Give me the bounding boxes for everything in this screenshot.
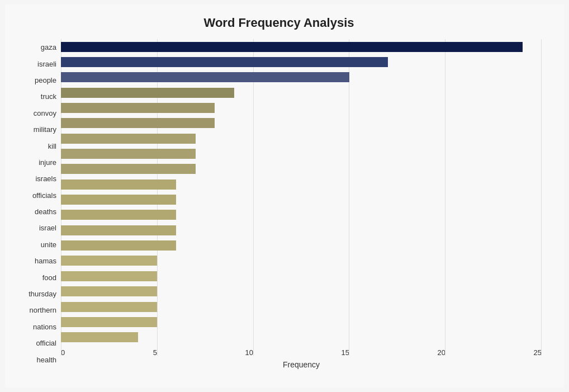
bar-unite (61, 225, 176, 235)
bar-row-military (61, 116, 542, 130)
y-label-hamas: hamas (16, 254, 61, 268)
bar-official (61, 317, 157, 327)
bar-row-israel (61, 208, 542, 221)
bar-health (61, 332, 138, 342)
bar-gaza (61, 42, 523, 52)
y-label-israeli: israeli (16, 56, 61, 71)
bar-row-thursday (61, 270, 542, 283)
x-axis-title: Frequency (61, 360, 542, 369)
bar-row-israeli (61, 55, 542, 69)
y-label-truck: truck (16, 89, 61, 104)
bar-hamas (61, 240, 176, 251)
bar-row-people (61, 70, 542, 84)
y-label-food: food (16, 270, 61, 285)
y-label-nations: nations (16, 319, 61, 334)
bars-and-grid: 0510152025 Frequency (61, 39, 542, 369)
bar-people (61, 72, 349, 82)
y-label-officials: officials (16, 188, 61, 202)
bar-convoy (61, 103, 215, 113)
y-label-israel: israel (16, 221, 61, 235)
bar-officials (61, 180, 176, 190)
bar-row-convoy (61, 101, 542, 115)
y-label-convoy: convoy (16, 106, 61, 120)
bar-row-hamas (61, 239, 542, 252)
bar-row-injure (61, 147, 542, 160)
bar-row-kill (61, 132, 542, 145)
bar-nations (61, 302, 157, 312)
bar-thursday (61, 271, 157, 281)
y-label-injure: injure (16, 155, 61, 169)
y-label-official: official (16, 336, 61, 351)
chart-title: Word Frequency Analysis (16, 16, 542, 30)
bar-row-northern (61, 285, 542, 298)
bar-row-unite (61, 224, 542, 237)
bar-row-gaza (61, 40, 542, 54)
bar-military (61, 118, 215, 128)
bar-injure (61, 149, 196, 159)
bar-israeli (61, 57, 388, 67)
bar-row-israels (61, 162, 542, 176)
bar-kill (61, 134, 196, 144)
bar-row-health (61, 330, 542, 344)
y-axis-labels: gazaisraelipeopletruckconvoymilitarykill… (16, 39, 61, 369)
bar-food (61, 256, 157, 266)
y-label-unite: unite (16, 237, 61, 252)
y-label-deaths: deaths (16, 205, 61, 219)
bar-truck (61, 88, 234, 98)
y-label-northern: northern (16, 303, 61, 318)
y-label-israels: israels (16, 172, 61, 186)
y-label-kill: kill (16, 139, 61, 153)
bar-row-deaths (61, 193, 542, 206)
bar-row-nations (61, 300, 542, 314)
y-label-gaza: gaza (16, 40, 61, 55)
chart-container: Word Frequency Analysis gazaisraelipeopl… (5, 4, 564, 388)
bar-row-official (61, 315, 542, 329)
chart-area: gazaisraelipeopletruckconvoymilitarykill… (16, 39, 542, 369)
bar-israels (61, 164, 196, 174)
bar-row-truck (61, 86, 542, 100)
bar-deaths (61, 195, 176, 205)
bar-northern (61, 286, 157, 296)
bar-israel (61, 210, 176, 220)
bar-row-officials (61, 178, 542, 191)
bar-row-food (61, 254, 542, 267)
y-label-thursday: thursday (16, 287, 61, 301)
y-label-health: health (16, 352, 61, 367)
y-label-military: military (16, 122, 61, 137)
bars-container (61, 39, 542, 346)
y-label-people: people (16, 73, 61, 87)
